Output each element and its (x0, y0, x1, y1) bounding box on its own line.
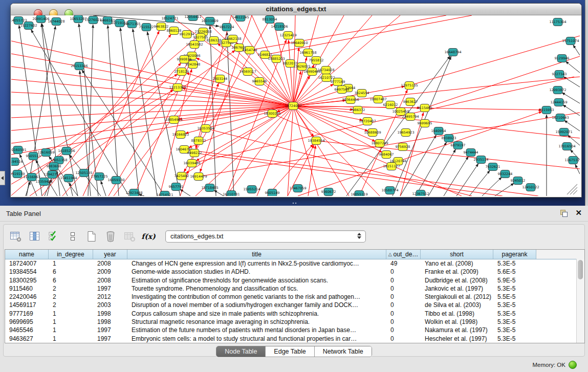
table-row[interactable]: 946362711997Embryonic stem cells: a mode… (5, 335, 584, 343)
edge-black[interactable] (101, 181, 106, 196)
canvas-resize-grip[interactable] (567, 184, 577, 194)
edge-red[interactable] (11, 79, 293, 106)
graph-node-teal[interactable]: 11675311 (564, 157, 580, 164)
edge-black[interactable] (346, 56, 450, 196)
graph-node-teal[interactable]: 12505135 (75, 169, 92, 177)
graph-node-teal[interactable]: 12054411 (184, 15, 201, 21)
column-select-button[interactable] (29, 230, 41, 243)
graph-node-teal[interactable]: 17467059 (289, 185, 306, 192)
graph-node-teal[interactable]: 20153346 (71, 62, 88, 70)
tab-node-table[interactable]: Node Table (216, 346, 266, 357)
table-selector-combo[interactable]: citations_edges.txt (165, 230, 366, 243)
graph-node-teal[interactable]: 16059130 (107, 177, 124, 184)
graph-node-teal[interactable]: 2935114 (474, 156, 489, 164)
graph-node-yellow[interactable]: 16353594 (197, 125, 214, 133)
graph-node-yellow[interactable]: 9463627 (403, 98, 418, 106)
column-header-pagerank[interactable]: pagerank (493, 250, 536, 259)
graph-node-teal[interactable]: 12923448 (125, 189, 142, 196)
edge-red[interactable] (196, 58, 293, 106)
graph-node-yellow[interactable]: 18720407 (359, 118, 376, 125)
edge-red[interactable] (42, 34, 171, 196)
graph-node-teal[interactable]: 16744028 (48, 18, 64, 26)
edge-red[interactable] (83, 31, 159, 196)
graph-node-yellow[interactable]: 12975135 (401, 82, 418, 90)
graph-node-teal[interactable]: 16055119 (351, 191, 367, 196)
graph-node-teal[interactable]: 15751074 (562, 37, 579, 45)
edge-black[interactable] (210, 26, 216, 196)
graph-node-yellow[interactable]: 19654923 (397, 129, 414, 137)
graph-node-yellow[interactable]: 7955812 (309, 57, 324, 64)
edge-black[interactable] (573, 45, 580, 55)
graph-node-yellow[interactable]: 9115460 (418, 104, 432, 112)
column-header-out_de[interactable]: △out_de… (386, 250, 421, 259)
row-select-button[interactable] (48, 230, 60, 243)
edge-black[interactable] (495, 183, 514, 196)
graph-node-teal[interactable]: 1640954 (431, 127, 446, 135)
table-row[interactable]: 1456911722003Disruption of a novel membe… (5, 301, 584, 309)
graph-node-teal[interactable]: 9245012 (511, 177, 526, 185)
graph-node-yellow[interactable]: 19384554 (308, 137, 324, 145)
graph-node-yellow[interactable]: 16914479 (190, 173, 207, 181)
delete-rows-button[interactable] (104, 230, 117, 243)
table-row[interactable]: 1938455462009Genome-wide association stu… (5, 268, 584, 276)
delete-table-button[interactable] (123, 230, 136, 243)
edge-red[interactable] (11, 105, 293, 106)
float-panel-icon[interactable] (560, 210, 568, 217)
graph-node-teal[interactable]: 16648794 (444, 49, 461, 56)
network-window-titlebar[interactable]: citations_edges.txt (11, 4, 581, 15)
graph-node-teal[interactable]: 7515522 (139, 24, 154, 31)
edge-red[interactable] (409, 36, 580, 85)
table-row[interactable]: 1872400712008Changes of HCN gene express… (5, 259, 584, 268)
edge-red[interactable] (195, 106, 293, 196)
row-height-button[interactable] (67, 230, 79, 243)
graph-node-teal[interactable]: 16210781 (223, 191, 239, 196)
edge-red[interactable] (11, 90, 173, 184)
graph-node-teal[interactable]: 12444159 (550, 99, 567, 106)
graph-node-teal[interactable]: 14754521 (156, 191, 173, 196)
table-vertical-scrollbar[interactable] (576, 259, 584, 343)
graph-node-yellow[interactable]: 2718126 (175, 68, 189, 76)
edge-black[interactable] (469, 170, 490, 196)
tab-network-table[interactable]: Network Table (315, 346, 372, 357)
column-header-in_degree[interactable]: in_degree (49, 250, 93, 259)
edge-red[interactable] (316, 141, 580, 169)
edge-red[interactable] (11, 106, 293, 118)
graph-node-teal[interactable]: 9227343 (552, 71, 567, 78)
graph-node-teal[interactable]: 17016504 (558, 143, 575, 150)
graph-node-teal[interactable]: 9857224 (220, 24, 234, 31)
edge-red[interactable] (272, 114, 462, 196)
graph-node-teal[interactable]: 8215953 (539, 106, 554, 114)
graph-node-teal[interactable]: 12367512 (412, 190, 429, 196)
edge-red[interactable] (11, 106, 293, 155)
edge-black[interactable] (19, 25, 42, 196)
table-row[interactable]: 977716911998Corpus callosum shape and si… (5, 310, 584, 318)
graph-node-yellow[interactable]: 9465546 (252, 78, 267, 85)
edge-red[interactable] (206, 128, 472, 196)
graph-node-teal[interactable]: 9474444 (464, 149, 478, 157)
graph-node-yellow[interactable]: 16961758 (299, 49, 316, 57)
memory-status-indicator[interactable] (569, 361, 577, 369)
graph-node-teal[interactable]: 15194516 (11, 158, 23, 166)
graph-node-teal[interactable]: 15992071 (555, 128, 572, 136)
graph-node-teal[interactable]: 14218506 (271, 23, 288, 31)
edge-red[interactable] (11, 106, 293, 143)
edge-red[interactable] (308, 145, 316, 196)
graph-node-teal[interactable]: 12450122 (522, 184, 539, 191)
graph-node-teal[interactable]: 15955214 (243, 186, 260, 193)
table-row[interactable]: 1830029562008Estimation of significance … (5, 276, 584, 285)
graph-node-teal[interactable]: 9360672 (321, 188, 336, 196)
edge-red[interactable] (192, 77, 574, 163)
scrollbar-thumb[interactable] (578, 260, 583, 279)
graph-node-teal[interactable]: 20160591 (11, 146, 27, 154)
edge-black[interactable] (565, 61, 580, 73)
graph-node-teal[interactable]: 11175304 (549, 18, 566, 26)
edge-red[interactable] (11, 106, 293, 130)
edge-red[interactable] (288, 106, 293, 196)
function-builder-button[interactable]: f(x) (142, 230, 155, 243)
edge-red[interactable] (257, 106, 293, 196)
graph-node-teal[interactable]: 9832244 (498, 170, 513, 178)
edge-red[interactable] (293, 106, 349, 196)
column-header-short[interactable]: short (421, 250, 493, 259)
table-row[interactable]: 969969511998Structural magnetic resonanc… (5, 318, 584, 326)
graph-node-yellow[interactable]: 10688609 (364, 129, 381, 137)
